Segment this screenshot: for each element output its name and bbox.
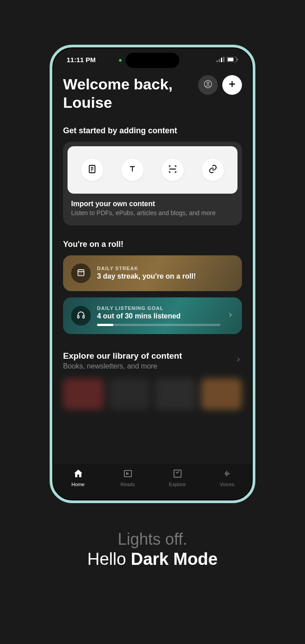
welcome-title: Welcome back, Louise bbox=[63, 75, 194, 112]
import-link-button[interactable] bbox=[202, 159, 224, 181]
tab-label: Explore bbox=[169, 482, 186, 487]
goal-value: 4 out of 30 mins listened bbox=[97, 312, 220, 320]
library-preview-blurred bbox=[63, 378, 242, 410]
import-scan-button[interactable] bbox=[161, 159, 184, 181]
tab-label: Reads bbox=[121, 482, 135, 487]
import-document-button[interactable] bbox=[81, 159, 103, 181]
explore-title: Explore our library of content bbox=[63, 351, 235, 361]
tab-reads[interactable]: Reads bbox=[103, 468, 152, 487]
import-text-button[interactable] bbox=[121, 159, 144, 181]
goal-card[interactable]: DAILY LISTENING GOAL 4 out of 30 mins li… bbox=[63, 297, 242, 334]
calendar-icon bbox=[76, 268, 85, 279]
tab-voices[interactable]: Voices bbox=[202, 468, 252, 487]
import-title: Import your own content bbox=[71, 200, 234, 208]
import-subtitle: Listen to PDFs, ePubs, articles and blog… bbox=[71, 209, 234, 216]
camera-indicator-icon bbox=[119, 59, 122, 62]
tab-label: Voices bbox=[220, 482, 234, 487]
svg-rect-3 bbox=[223, 57, 225, 62]
tab-explore[interactable]: Explore bbox=[152, 468, 202, 487]
reads-icon bbox=[123, 468, 133, 480]
import-icon-row bbox=[68, 146, 237, 194]
voices-icon bbox=[222, 468, 233, 480]
plus-icon bbox=[227, 79, 237, 91]
add-button[interactable] bbox=[222, 75, 242, 95]
home-icon bbox=[73, 468, 84, 480]
goal-progress-fill bbox=[97, 324, 113, 326]
svg-rect-11 bbox=[78, 315, 79, 318]
explore-section[interactable]: Explore our library of content Books, ne… bbox=[63, 351, 242, 370]
promo-text: Lights off. Hello Dark Mode bbox=[87, 530, 217, 569]
svg-rect-0 bbox=[216, 60, 218, 62]
streak-card[interactable]: DAILY STREAK 3 day streak, you're on a r… bbox=[63, 255, 242, 291]
status-bar: 11:11 PM bbox=[53, 48, 252, 71]
streak-value: 3 day streak, you're on a roll! bbox=[97, 272, 234, 280]
svg-rect-5 bbox=[228, 58, 233, 61]
svg-rect-6 bbox=[237, 59, 238, 60]
status-time: 11:11 PM bbox=[67, 56, 96, 64]
roll-title: You're on a roll! bbox=[63, 240, 242, 249]
tab-label: Home bbox=[72, 482, 85, 487]
phone-device-frame: 11:11 PM Welcome back, Louise bbox=[50, 45, 255, 503]
phone-screen: 11:11 PM Welcome back, Louise bbox=[53, 48, 252, 500]
svg-rect-14 bbox=[174, 470, 181, 477]
svg-rect-12 bbox=[83, 315, 84, 318]
streak-label: DAILY STREAK bbox=[97, 266, 234, 271]
signal-icon bbox=[216, 56, 225, 64]
svg-rect-1 bbox=[219, 59, 220, 62]
profile-button[interactable] bbox=[198, 75, 218, 95]
explore-icon bbox=[172, 468, 183, 480]
headphones-icon bbox=[76, 310, 85, 321]
svg-rect-2 bbox=[221, 58, 222, 62]
profile-icon bbox=[203, 80, 212, 90]
scan-icon bbox=[168, 164, 178, 176]
svg-point-8 bbox=[207, 82, 209, 84]
import-card: Import your own content Listen to PDFs, … bbox=[63, 142, 242, 225]
battery-icon bbox=[227, 56, 238, 64]
promo-line2: Hello Dark Mode bbox=[87, 550, 217, 569]
link-icon bbox=[208, 164, 218, 176]
chevron-right-icon bbox=[235, 356, 242, 365]
get-started-title: Get started by adding content bbox=[63, 126, 242, 136]
text-icon bbox=[127, 164, 137, 176]
document-icon bbox=[87, 164, 97, 176]
promo-line1: Lights off. bbox=[87, 530, 217, 549]
tab-home[interactable]: Home bbox=[53, 468, 103, 487]
goal-progress bbox=[97, 324, 220, 326]
explore-subtitle: Books, newsletters, and more bbox=[63, 362, 235, 370]
dynamic-island bbox=[126, 53, 179, 68]
svg-rect-10 bbox=[78, 270, 84, 275]
goal-label: DAILY LISTENING GOAL bbox=[97, 305, 220, 311]
chevron-right-icon bbox=[227, 311, 234, 320]
tab-bar: Home Reads Explore Voices bbox=[53, 464, 252, 500]
